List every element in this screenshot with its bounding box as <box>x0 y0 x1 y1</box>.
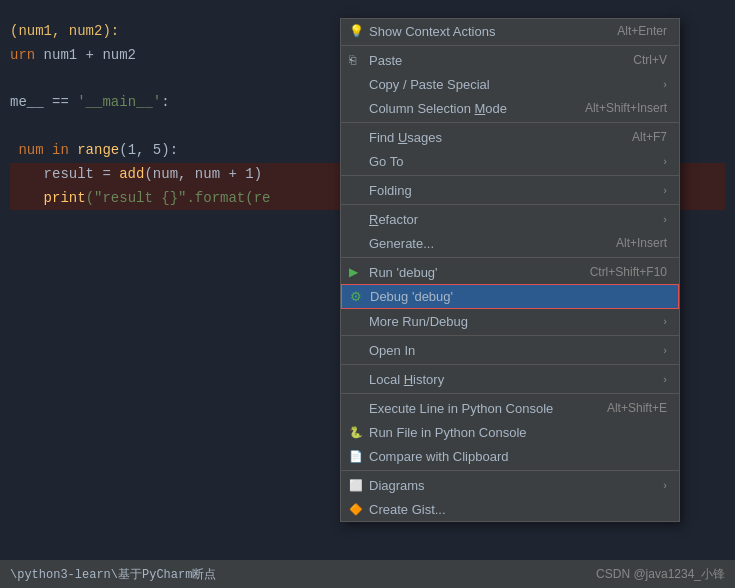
context-menu: 💡 Show Context Actions Alt+Enter ⎗ Paste… <box>340 18 680 522</box>
menu-item-column-selection[interactable]: Column Selection Mode Alt+Shift+Insert <box>341 96 679 120</box>
menu-item-open-in[interactable]: Open In › <box>341 338 679 362</box>
menu-item-local-history[interactable]: Local History › <box>341 367 679 391</box>
separator-5 <box>341 257 679 258</box>
separator-7 <box>341 364 679 365</box>
menu-item-copy-paste-special[interactable]: Copy / Paste Special › <box>341 72 679 96</box>
menu-item-go-to[interactable]: Go To › <box>341 149 679 173</box>
menu-item-debug-debug[interactable]: ⚙ Debug 'debug' <box>341 284 679 309</box>
python-icon: 🐍 <box>349 426 363 439</box>
separator-2 <box>341 122 679 123</box>
gist-icon: 🔶 <box>349 503 363 516</box>
separator-8 <box>341 393 679 394</box>
separator-9 <box>341 470 679 471</box>
arrow-icon: › <box>663 315 667 327</box>
menu-item-show-context-actions[interactable]: 💡 Show Context Actions Alt+Enter <box>341 19 679 43</box>
menu-item-paste[interactable]: ⎗ Paste Ctrl+V <box>341 48 679 72</box>
menu-item-refactor[interactable]: Refactor › <box>341 207 679 231</box>
separator-1 <box>341 45 679 46</box>
arrow-icon: › <box>663 373 667 385</box>
paste-icon: ⎗ <box>349 53 356 67</box>
menu-item-run-debug[interactable]: ▶ Run 'debug' Ctrl+Shift+F10 <box>341 260 679 284</box>
separator-3 <box>341 175 679 176</box>
menu-item-create-gist[interactable]: 🔶 Create Gist... <box>341 497 679 521</box>
menu-item-generate[interactable]: Generate... Alt+Insert <box>341 231 679 255</box>
file-path: \python3-learn\基于PyCharm断点 <box>10 566 216 583</box>
arrow-icon: › <box>663 213 667 225</box>
arrow-icon: › <box>663 184 667 196</box>
separator-4 <box>341 204 679 205</box>
watermark: CSDN @java1234_小锋 <box>596 566 725 583</box>
menu-item-compare-clipboard[interactable]: 📄 Compare with Clipboard <box>341 444 679 468</box>
menu-item-find-usages[interactable]: Find Usages Alt+F7 <box>341 125 679 149</box>
diagrams-icon: ⬜ <box>349 479 363 492</box>
menu-item-run-file[interactable]: 🐍 Run File in Python Console <box>341 420 679 444</box>
debug-icon: ⚙ <box>350 289 362 304</box>
menu-item-execute-line[interactable]: Execute Line in Python Console Alt+Shift… <box>341 396 679 420</box>
menu-item-folding[interactable]: Folding › <box>341 178 679 202</box>
arrow-icon: › <box>663 78 667 90</box>
separator-6 <box>341 335 679 336</box>
arrow-icon: › <box>663 155 667 167</box>
compare-icon: 📄 <box>349 450 363 463</box>
menu-item-more-run-debug[interactable]: More Run/Debug › <box>341 309 679 333</box>
arrow-icon: › <box>663 344 667 356</box>
menu-item-diagrams[interactable]: ⬜ Diagrams › <box>341 473 679 497</box>
bulb-icon: 💡 <box>349 24 364 38</box>
arrow-icon: › <box>663 479 667 491</box>
run-icon: ▶ <box>349 265 358 279</box>
